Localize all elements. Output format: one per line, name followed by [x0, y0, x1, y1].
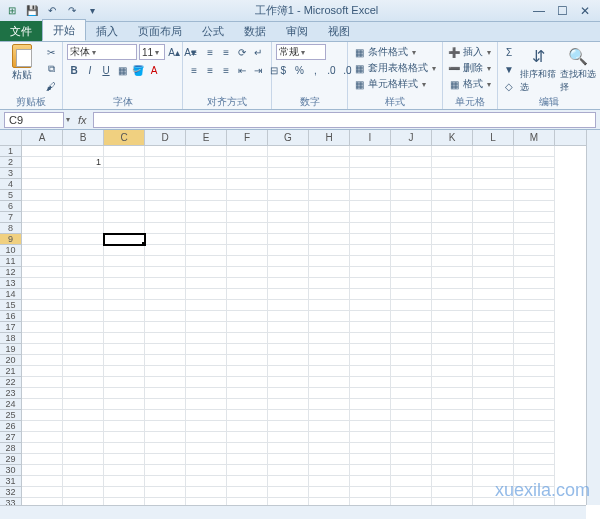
cell-F23[interactable]: [227, 388, 268, 399]
row-header-24[interactable]: 24: [0, 399, 22, 410]
cell-D20[interactable]: [145, 355, 186, 366]
cell-A8[interactable]: [22, 223, 63, 234]
cell-G10[interactable]: [268, 245, 309, 256]
cell-M6[interactable]: [514, 201, 555, 212]
row-header-3[interactable]: 3: [0, 168, 22, 179]
cell-A9[interactable]: [22, 234, 63, 245]
cell-G16[interactable]: [268, 311, 309, 322]
cell-J20[interactable]: [391, 355, 432, 366]
cell-L29[interactable]: [473, 454, 514, 465]
cell-C4[interactable]: [104, 179, 145, 190]
cell-D29[interactable]: [145, 454, 186, 465]
cell-F27[interactable]: [227, 432, 268, 443]
cell-F32[interactable]: [227, 487, 268, 498]
cell-I14[interactable]: [350, 289, 391, 300]
cell-E30[interactable]: [186, 465, 227, 476]
cell-L2[interactable]: [473, 157, 514, 168]
delete-cell-icon[interactable]: ➖: [447, 60, 461, 76]
tab-home[interactable]: 开始: [42, 19, 86, 41]
cell-E17[interactable]: [186, 322, 227, 333]
cell-G22[interactable]: [268, 377, 309, 388]
cell-H24[interactable]: [309, 399, 350, 410]
indent-dec-icon[interactable]: ⇤: [235, 62, 249, 78]
cell-J25[interactable]: [391, 410, 432, 421]
cell-K14[interactable]: [432, 289, 473, 300]
cell-F25[interactable]: [227, 410, 268, 421]
row-header-13[interactable]: 13: [0, 278, 22, 289]
cell-D28[interactable]: [145, 443, 186, 454]
cell-K3[interactable]: [432, 168, 473, 179]
cell-F12[interactable]: [227, 267, 268, 278]
cell-D3[interactable]: [145, 168, 186, 179]
comma-icon[interactable]: ,: [308, 62, 322, 78]
row-header-11[interactable]: 11: [0, 256, 22, 267]
cell-G23[interactable]: [268, 388, 309, 399]
tab-formulas[interactable]: 公式: [192, 21, 234, 41]
cell-D32[interactable]: [145, 487, 186, 498]
cell-D11[interactable]: [145, 256, 186, 267]
cell-F19[interactable]: [227, 344, 268, 355]
align-bottom-icon[interactable]: ≡: [219, 44, 233, 60]
cell-B8[interactable]: [63, 223, 104, 234]
cell-I15[interactable]: [350, 300, 391, 311]
cell-C25[interactable]: [104, 410, 145, 421]
cell-L4[interactable]: [473, 179, 514, 190]
cell-G31[interactable]: [268, 476, 309, 487]
row-header-5[interactable]: 5: [0, 190, 22, 201]
font-color-icon[interactable]: A: [147, 62, 161, 78]
cell-H23[interactable]: [309, 388, 350, 399]
cell-M3[interactable]: [514, 168, 555, 179]
cell-K9[interactable]: [432, 234, 473, 245]
cell-K24[interactable]: [432, 399, 473, 410]
cell-B15[interactable]: [63, 300, 104, 311]
cell-F24[interactable]: [227, 399, 268, 410]
cell-C20[interactable]: [104, 355, 145, 366]
cell-A21[interactable]: [22, 366, 63, 377]
column-header-K[interactable]: K: [432, 130, 473, 145]
cell-C22[interactable]: [104, 377, 145, 388]
cell-E25[interactable]: [186, 410, 227, 421]
cell-G19[interactable]: [268, 344, 309, 355]
cell-E13[interactable]: [186, 278, 227, 289]
cell-K12[interactable]: [432, 267, 473, 278]
cell-L13[interactable]: [473, 278, 514, 289]
cell-K15[interactable]: [432, 300, 473, 311]
cell-J21[interactable]: [391, 366, 432, 377]
cell-I7[interactable]: [350, 212, 391, 223]
cell-B9[interactable]: [63, 234, 104, 245]
cell-E16[interactable]: [186, 311, 227, 322]
cell-L1[interactable]: [473, 146, 514, 157]
cell-E26[interactable]: [186, 421, 227, 432]
row-header-16[interactable]: 16: [0, 311, 22, 322]
row-header-18[interactable]: 18: [0, 333, 22, 344]
cell-L8[interactable]: [473, 223, 514, 234]
cell-K23[interactable]: [432, 388, 473, 399]
cell-B30[interactable]: [63, 465, 104, 476]
insert-cell-button[interactable]: 插入: [463, 45, 483, 59]
cell-C12[interactable]: [104, 267, 145, 278]
cell-B23[interactable]: [63, 388, 104, 399]
cell-H6[interactable]: [309, 201, 350, 212]
cell-J26[interactable]: [391, 421, 432, 432]
cell-E14[interactable]: [186, 289, 227, 300]
cell-D15[interactable]: [145, 300, 186, 311]
clear-icon[interactable]: ◇: [502, 78, 516, 94]
tab-insert[interactable]: 插入: [86, 21, 128, 41]
cell-L24[interactable]: [473, 399, 514, 410]
cell-A30[interactable]: [22, 465, 63, 476]
cell-A26[interactable]: [22, 421, 63, 432]
row-header-26[interactable]: 26: [0, 421, 22, 432]
cell-D19[interactable]: [145, 344, 186, 355]
cell-L6[interactable]: [473, 201, 514, 212]
cell-I5[interactable]: [350, 190, 391, 201]
cell-E28[interactable]: [186, 443, 227, 454]
cell-H21[interactable]: [309, 366, 350, 377]
cell-A17[interactable]: [22, 322, 63, 333]
cell-J1[interactable]: [391, 146, 432, 157]
cell-L22[interactable]: [473, 377, 514, 388]
cell-I4[interactable]: [350, 179, 391, 190]
currency-icon[interactable]: $: [276, 62, 290, 78]
cell-F4[interactable]: [227, 179, 268, 190]
cell-H4[interactable]: [309, 179, 350, 190]
worksheet-grid[interactable]: ABCDEFGHIJKLM121345678910111213141516171…: [0, 130, 600, 519]
